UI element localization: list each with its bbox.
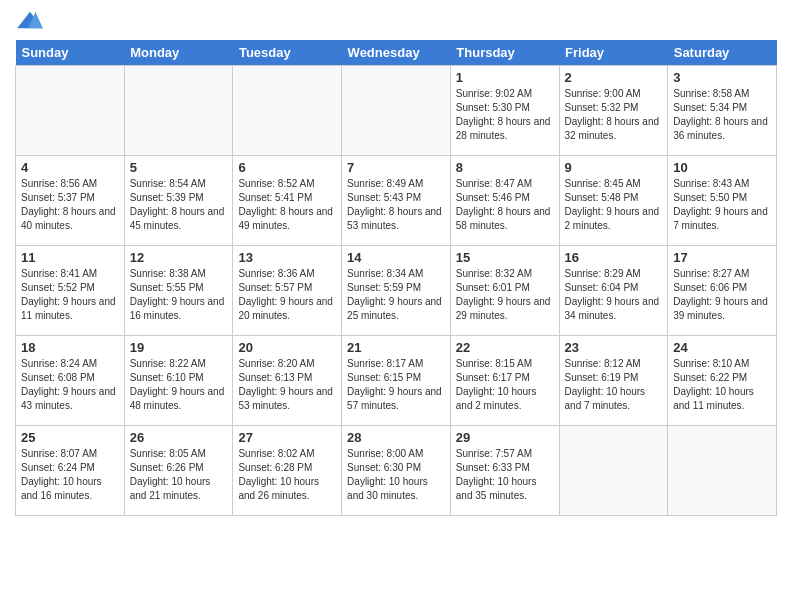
week-row-5: 25Sunrise: 8:07 AM Sunset: 6:24 PM Dayli… bbox=[16, 426, 777, 516]
day-info: Sunrise: 8:45 AM Sunset: 5:48 PM Dayligh… bbox=[565, 177, 663, 233]
day-number: 8 bbox=[456, 160, 554, 175]
day-number: 27 bbox=[238, 430, 336, 445]
day-number: 22 bbox=[456, 340, 554, 355]
column-header-saturday: Saturday bbox=[668, 40, 777, 66]
column-header-monday: Monday bbox=[124, 40, 233, 66]
calendar-table: SundayMondayTuesdayWednesdayThursdayFrid… bbox=[15, 40, 777, 516]
week-row-4: 18Sunrise: 8:24 AM Sunset: 6:08 PM Dayli… bbox=[16, 336, 777, 426]
day-info: Sunrise: 7:57 AM Sunset: 6:33 PM Dayligh… bbox=[456, 447, 554, 503]
calendar-cell bbox=[124, 66, 233, 156]
day-number: 13 bbox=[238, 250, 336, 265]
column-header-friday: Friday bbox=[559, 40, 668, 66]
calendar-cell: 7Sunrise: 8:49 AM Sunset: 5:43 PM Daylig… bbox=[342, 156, 451, 246]
calendar-cell: 24Sunrise: 8:10 AM Sunset: 6:22 PM Dayli… bbox=[668, 336, 777, 426]
calendar-cell: 28Sunrise: 8:00 AM Sunset: 6:30 PM Dayli… bbox=[342, 426, 451, 516]
calendar-cell: 12Sunrise: 8:38 AM Sunset: 5:55 PM Dayli… bbox=[124, 246, 233, 336]
calendar-cell: 15Sunrise: 8:32 AM Sunset: 6:01 PM Dayli… bbox=[450, 246, 559, 336]
calendar-cell: 29Sunrise: 7:57 AM Sunset: 6:33 PM Dayli… bbox=[450, 426, 559, 516]
day-info: Sunrise: 8:54 AM Sunset: 5:39 PM Dayligh… bbox=[130, 177, 228, 233]
week-row-1: 1Sunrise: 9:02 AM Sunset: 5:30 PM Daylig… bbox=[16, 66, 777, 156]
day-info: Sunrise: 8:43 AM Sunset: 5:50 PM Dayligh… bbox=[673, 177, 771, 233]
day-info: Sunrise: 8:10 AM Sunset: 6:22 PM Dayligh… bbox=[673, 357, 771, 413]
header-row: SundayMondayTuesdayWednesdayThursdayFrid… bbox=[16, 40, 777, 66]
calendar-cell: 6Sunrise: 8:52 AM Sunset: 5:41 PM Daylig… bbox=[233, 156, 342, 246]
day-number: 21 bbox=[347, 340, 445, 355]
day-info: Sunrise: 8:49 AM Sunset: 5:43 PM Dayligh… bbox=[347, 177, 445, 233]
day-number: 15 bbox=[456, 250, 554, 265]
day-number: 3 bbox=[673, 70, 771, 85]
calendar-cell: 8Sunrise: 8:47 AM Sunset: 5:46 PM Daylig… bbox=[450, 156, 559, 246]
day-number: 29 bbox=[456, 430, 554, 445]
day-number: 20 bbox=[238, 340, 336, 355]
day-info: Sunrise: 8:17 AM Sunset: 6:15 PM Dayligh… bbox=[347, 357, 445, 413]
calendar-cell: 21Sunrise: 8:17 AM Sunset: 6:15 PM Dayli… bbox=[342, 336, 451, 426]
day-number: 17 bbox=[673, 250, 771, 265]
day-number: 14 bbox=[347, 250, 445, 265]
day-info: Sunrise: 9:00 AM Sunset: 5:32 PM Dayligh… bbox=[565, 87, 663, 143]
day-info: Sunrise: 8:27 AM Sunset: 6:06 PM Dayligh… bbox=[673, 267, 771, 323]
calendar-cell bbox=[559, 426, 668, 516]
calendar-cell: 3Sunrise: 8:58 AM Sunset: 5:34 PM Daylig… bbox=[668, 66, 777, 156]
day-number: 1 bbox=[456, 70, 554, 85]
day-number: 9 bbox=[565, 160, 663, 175]
day-number: 4 bbox=[21, 160, 119, 175]
day-info: Sunrise: 8:22 AM Sunset: 6:10 PM Dayligh… bbox=[130, 357, 228, 413]
day-info: Sunrise: 8:15 AM Sunset: 6:17 PM Dayligh… bbox=[456, 357, 554, 413]
day-number: 23 bbox=[565, 340, 663, 355]
calendar-cell: 4Sunrise: 8:56 AM Sunset: 5:37 PM Daylig… bbox=[16, 156, 125, 246]
calendar-cell: 2Sunrise: 9:00 AM Sunset: 5:32 PM Daylig… bbox=[559, 66, 668, 156]
column-header-thursday: Thursday bbox=[450, 40, 559, 66]
day-number: 18 bbox=[21, 340, 119, 355]
day-info: Sunrise: 8:56 AM Sunset: 5:37 PM Dayligh… bbox=[21, 177, 119, 233]
day-info: Sunrise: 8:34 AM Sunset: 5:59 PM Dayligh… bbox=[347, 267, 445, 323]
calendar-cell: 22Sunrise: 8:15 AM Sunset: 6:17 PM Dayli… bbox=[450, 336, 559, 426]
day-info: Sunrise: 8:05 AM Sunset: 6:26 PM Dayligh… bbox=[130, 447, 228, 503]
week-row-2: 4Sunrise: 8:56 AM Sunset: 5:37 PM Daylig… bbox=[16, 156, 777, 246]
day-info: Sunrise: 9:02 AM Sunset: 5:30 PM Dayligh… bbox=[456, 87, 554, 143]
day-info: Sunrise: 8:41 AM Sunset: 5:52 PM Dayligh… bbox=[21, 267, 119, 323]
calendar-cell: 19Sunrise: 8:22 AM Sunset: 6:10 PM Dayli… bbox=[124, 336, 233, 426]
calendar-cell: 11Sunrise: 8:41 AM Sunset: 5:52 PM Dayli… bbox=[16, 246, 125, 336]
calendar-cell: 1Sunrise: 9:02 AM Sunset: 5:30 PM Daylig… bbox=[450, 66, 559, 156]
calendar-cell bbox=[668, 426, 777, 516]
calendar-cell: 9Sunrise: 8:45 AM Sunset: 5:48 PM Daylig… bbox=[559, 156, 668, 246]
week-row-3: 11Sunrise: 8:41 AM Sunset: 5:52 PM Dayli… bbox=[16, 246, 777, 336]
day-number: 12 bbox=[130, 250, 228, 265]
calendar-cell: 5Sunrise: 8:54 AM Sunset: 5:39 PM Daylig… bbox=[124, 156, 233, 246]
calendar-cell: 10Sunrise: 8:43 AM Sunset: 5:50 PM Dayli… bbox=[668, 156, 777, 246]
day-number: 25 bbox=[21, 430, 119, 445]
day-number: 2 bbox=[565, 70, 663, 85]
day-number: 28 bbox=[347, 430, 445, 445]
calendar-cell bbox=[233, 66, 342, 156]
day-info: Sunrise: 8:24 AM Sunset: 6:08 PM Dayligh… bbox=[21, 357, 119, 413]
day-info: Sunrise: 8:20 AM Sunset: 6:13 PM Dayligh… bbox=[238, 357, 336, 413]
day-info: Sunrise: 8:47 AM Sunset: 5:46 PM Dayligh… bbox=[456, 177, 554, 233]
column-header-wednesday: Wednesday bbox=[342, 40, 451, 66]
day-info: Sunrise: 8:32 AM Sunset: 6:01 PM Dayligh… bbox=[456, 267, 554, 323]
day-info: Sunrise: 8:02 AM Sunset: 6:28 PM Dayligh… bbox=[238, 447, 336, 503]
logo bbox=[15, 10, 49, 32]
day-number: 5 bbox=[130, 160, 228, 175]
calendar-cell: 14Sunrise: 8:34 AM Sunset: 5:59 PM Dayli… bbox=[342, 246, 451, 336]
day-number: 19 bbox=[130, 340, 228, 355]
calendar-cell: 20Sunrise: 8:20 AM Sunset: 6:13 PM Dayli… bbox=[233, 336, 342, 426]
logo-icon bbox=[15, 10, 45, 32]
page-header bbox=[15, 10, 777, 32]
calendar-cell: 23Sunrise: 8:12 AM Sunset: 6:19 PM Dayli… bbox=[559, 336, 668, 426]
day-info: Sunrise: 8:07 AM Sunset: 6:24 PM Dayligh… bbox=[21, 447, 119, 503]
day-info: Sunrise: 8:52 AM Sunset: 5:41 PM Dayligh… bbox=[238, 177, 336, 233]
day-info: Sunrise: 8:38 AM Sunset: 5:55 PM Dayligh… bbox=[130, 267, 228, 323]
calendar-cell: 26Sunrise: 8:05 AM Sunset: 6:26 PM Dayli… bbox=[124, 426, 233, 516]
day-number: 10 bbox=[673, 160, 771, 175]
calendar-cell: 16Sunrise: 8:29 AM Sunset: 6:04 PM Dayli… bbox=[559, 246, 668, 336]
calendar-cell: 25Sunrise: 8:07 AM Sunset: 6:24 PM Dayli… bbox=[16, 426, 125, 516]
day-number: 16 bbox=[565, 250, 663, 265]
day-number: 7 bbox=[347, 160, 445, 175]
day-info: Sunrise: 8:58 AM Sunset: 5:34 PM Dayligh… bbox=[673, 87, 771, 143]
day-info: Sunrise: 8:00 AM Sunset: 6:30 PM Dayligh… bbox=[347, 447, 445, 503]
day-number: 24 bbox=[673, 340, 771, 355]
calendar-cell: 13Sunrise: 8:36 AM Sunset: 5:57 PM Dayli… bbox=[233, 246, 342, 336]
day-info: Sunrise: 8:29 AM Sunset: 6:04 PM Dayligh… bbox=[565, 267, 663, 323]
column-header-tuesday: Tuesday bbox=[233, 40, 342, 66]
calendar-cell bbox=[16, 66, 125, 156]
